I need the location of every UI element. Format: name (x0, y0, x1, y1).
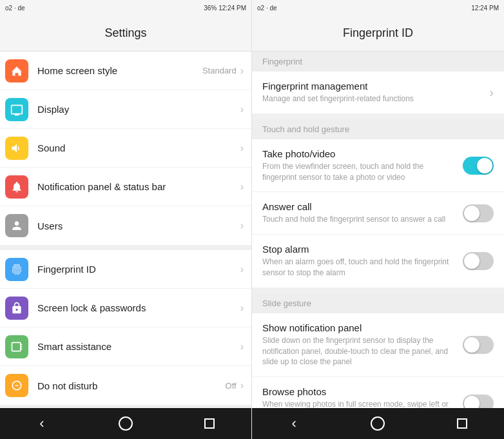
sound-right: › (240, 142, 244, 154)
smart-assistance-icon (5, 335, 28, 358)
fp-take-photo-subtitle: From the viewfinder screen, touch and ho… (262, 161, 456, 183)
home-button-left[interactable] (114, 412, 137, 435)
settings-item-do-not-disturb[interactable]: Do not disturb Off › (0, 366, 251, 405)
screen-lock-label: Screen lock & passwords (37, 302, 240, 313)
settings-item-display[interactable]: Display › (0, 90, 251, 129)
smart-assistance-text: Smart assistance (37, 341, 240, 352)
display-label: Display (37, 104, 240, 115)
fp-take-photo-toggle-container (463, 157, 494, 175)
notification-chevron: › (240, 181, 244, 193)
take-photo-toggle[interactable] (463, 157, 494, 175)
do-not-disturb-label: Do not disturb (37, 380, 226, 391)
fp-management-content: Fingerprint management Manage and set fi… (262, 81, 483, 104)
fp-stop-alarm-toggle-container (463, 252, 494, 270)
fp-item-stop-alarm[interactable]: Stop alarm When an alarm goes off, touch… (252, 235, 504, 288)
settings-panel: o2 · de 36% 12:24 PM Settings Home scree… (0, 0, 252, 439)
users-right: › (240, 220, 244, 231)
fp-stop-alarm-subtitle: When an alarm goes off, touch and hold t… (262, 257, 456, 278)
fp-browse-photos-toggle-container (463, 395, 494, 408)
fp-section-header-fingerprint: Fingerprint (252, 52, 504, 72)
fp-answer-call-title: Answer call (262, 201, 456, 212)
fp-stop-alarm-title: Stop alarm (262, 244, 456, 255)
fp-stop-alarm-content: Stop alarm When an alarm goes off, touch… (262, 244, 456, 278)
fp-item-show-notification[interactable]: Show notification panel Slide down on th… (252, 313, 504, 377)
stop-alarm-toggle-thumb (464, 253, 480, 269)
notification-right: › (240, 181, 244, 193)
users-icon (5, 214, 28, 237)
settings-item-fingerprint[interactable]: Fingerprint ID › (0, 250, 251, 289)
settings-item-home-screen[interactable]: Home screen style Standard › (0, 52, 251, 90)
screen-lock-chevron: › (240, 302, 244, 314)
browse-photos-toggle-thumb (464, 396, 480, 408)
fingerprint-chevron: › (240, 264, 244, 275)
back-button-right[interactable]: ‹ (282, 412, 305, 435)
recent-button-right[interactable] (451, 412, 474, 435)
fp-browse-photos-subtitle: When viewing photos in full screen mode,… (262, 399, 456, 408)
settings-item-screen-lock[interactable]: Screen lock & passwords › (0, 289, 251, 327)
sound-chevron: › (240, 142, 244, 154)
battery-text: 36% (204, 5, 217, 12)
back-icon-right: ‹ (291, 415, 296, 432)
settings-item-sound[interactable]: Sound › (0, 129, 251, 168)
answer-call-toggle[interactable] (463, 204, 494, 222)
home-button-right[interactable] (366, 412, 389, 435)
do-not-disturb-value: Off (226, 381, 237, 391)
smart-assistance-right: › (240, 341, 244, 353)
display-right: › (240, 104, 244, 115)
fp-item-answer-call[interactable]: Answer call Touch and hold the fingerpri… (252, 192, 504, 235)
home-screen-label: Home screen style (37, 65, 202, 76)
home-screen-value: Standard (202, 66, 237, 75)
stop-alarm-toggle[interactable] (463, 252, 494, 270)
recent-icon-right (457, 418, 467, 429)
display-icon (5, 98, 28, 121)
carrier-info-right: o2 · de (257, 5, 277, 12)
fp-take-photo-content: Take photo/video From the viewfinder scr… (262, 148, 456, 183)
display-chevron: › (240, 104, 244, 115)
time-text-right: 12:24 PM (471, 5, 499, 12)
settings-item-notification[interactable]: Notification panel & status bar › (0, 168, 251, 206)
fp-answer-call-content: Answer call Touch and hold the fingerpri… (262, 201, 456, 225)
home-icon-left (119, 416, 133, 431)
settings-item-smart-assistance[interactable]: Smart assistance › (0, 327, 251, 366)
display-text: Display (37, 104, 240, 115)
settings-title-bar: Settings (0, 15, 251, 52)
sound-icon (5, 137, 28, 160)
fingerprint-label: Fingerprint ID (37, 264, 240, 275)
home-icon-right (371, 416, 385, 431)
recent-button-left[interactable] (198, 412, 221, 435)
home-screen-icon (5, 59, 28, 83)
carrier-info: o2 · de (5, 5, 25, 12)
fp-item-browse-photos[interactable]: Browse photos When viewing photos in ful… (252, 377, 504, 408)
fp-answer-call-subtitle: Touch and hold the fingerprint sensor to… (262, 214, 456, 225)
notification-label: Notification panel & status bar (37, 181, 240, 192)
page-title: Settings (104, 26, 146, 40)
fp-show-notification-subtitle: Slide down on the fingerprint sensor to … (262, 335, 456, 367)
settings-list: Home screen style Standard › Display › (0, 52, 251, 408)
fp-section-fingerprint: Fingerprint Fingerprint management Manag… (252, 52, 504, 114)
show-notification-toggle[interactable] (463, 336, 494, 354)
settings-group-2: Fingerprint ID › Screen lock & passwords… (0, 250, 251, 405)
system-icons: 36% 12:24 PM (204, 5, 246, 12)
take-photo-toggle-thumb (477, 158, 492, 173)
fingerprint-title-bar: Fingerprint ID (252, 15, 504, 52)
users-text: Users (37, 220, 240, 231)
fp-item-management[interactable]: Fingerprint management Manage and set fi… (252, 72, 504, 114)
settings-item-users[interactable]: Users › (0, 206, 251, 245)
settings-group-1: Home screen style Standard › Display › (0, 52, 251, 245)
home-screen-chevron: › (240, 65, 244, 77)
carrier-text-right: o2 · de (257, 5, 277, 12)
fp-browse-photos-content: Browse photos When viewing photos in ful… (262, 386, 456, 408)
fp-section-touch-hold: Touch and hold gesture Take photo/video … (252, 119, 504, 288)
fp-show-notification-title: Show notification panel (262, 322, 456, 333)
fingerprint-text: Fingerprint ID (37, 264, 240, 275)
fingerprint-list: Fingerprint Fingerprint management Manag… (252, 52, 504, 408)
sound-label: Sound (37, 142, 240, 153)
system-icons-right: 12:24 PM (471, 5, 499, 12)
recent-icon-left (204, 418, 215, 429)
fp-management-subtitle: Manage and set fingerprint-related funct… (262, 93, 483, 104)
back-button-left[interactable]: ‹ (30, 412, 53, 435)
status-bar-left: o2 · de 36% 12:24 PM (0, 0, 251, 15)
fp-item-take-photo[interactable]: Take photo/video From the viewfinder scr… (252, 139, 504, 193)
browse-photos-toggle[interactable] (463, 395, 494, 408)
fp-management-title: Fingerprint management (262, 81, 483, 92)
